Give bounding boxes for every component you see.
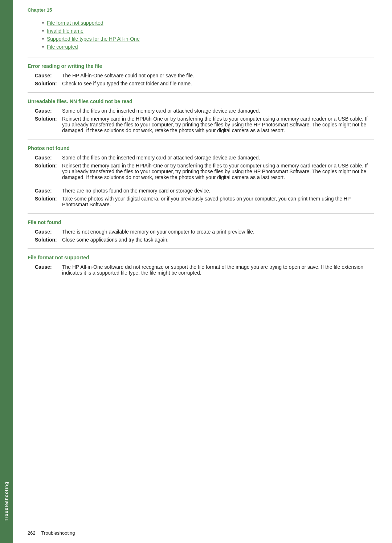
- section-error-reading: Error reading or writing the file Cause:…: [28, 63, 374, 86]
- divider: [28, 92, 374, 93]
- cs-block-2: Cause: There are no photos found on the …: [28, 188, 374, 207]
- cause-text: The HP All-in-One software did not recog…: [62, 264, 374, 276]
- solution-text: Close some applications and try the task…: [62, 237, 374, 243]
- divider: [28, 248, 374, 249]
- bullet-link-0[interactable]: File format not supported: [47, 20, 103, 26]
- solution-label: Solution:: [35, 196, 62, 207]
- solution-row: Solution: Check to see if you typed the …: [35, 81, 374, 86]
- bullet-link-2[interactable]: Supported file types for the HP All-in-O…: [47, 36, 140, 42]
- bullet-list: File format not supportedInvalid file na…: [28, 20, 374, 50]
- solution-row: Solution: Reinsert the memory card in th…: [35, 116, 374, 133]
- list-item: File corrupted: [42, 44, 374, 50]
- solution-text: Check to see if you typed the correct fo…: [62, 81, 374, 86]
- cs-block: Cause: The HP All-in-One software could …: [28, 73, 374, 86]
- list-item: Invalid file name: [42, 28, 374, 34]
- inner-divider: [28, 184, 374, 184]
- cause-row: Cause: The HP All-in-One software could …: [35, 73, 374, 78]
- solution-label: Solution:: [35, 116, 62, 133]
- cause-label: Cause:: [35, 229, 62, 235]
- cause-text: The HP All-in-One software could not ope…: [62, 73, 374, 78]
- divider: [28, 139, 374, 139]
- cause-row: Cause: Some of the files on the inserted…: [35, 108, 374, 114]
- cause-row: Cause: There is not enough available mem…: [35, 229, 374, 235]
- solution-text: Reinsert the memory card in the HPIAih-O…: [62, 163, 374, 180]
- section-heading: File format not supported: [28, 255, 374, 260]
- section-heading: File not found: [28, 219, 374, 225]
- solution-label: Solution:: [35, 237, 62, 243]
- cause-label: Cause:: [35, 188, 62, 194]
- cause-text-2: There are no photos found on the memory …: [62, 188, 374, 194]
- section-heading: Photos not found: [28, 145, 374, 151]
- cause-text: There is not enough available memory on …: [62, 229, 374, 235]
- cs-block: Cause: The HP All-in-One software did no…: [28, 264, 374, 276]
- section-unreadable: Unreadable files. NN files could not be …: [28, 98, 374, 133]
- solution-row: Solution: Reinsert the memory card in th…: [35, 163, 374, 180]
- cause-row: Cause: The HP All-in-One software did no…: [35, 264, 374, 276]
- solution-label: Solution:: [35, 81, 62, 86]
- cause-text: Some of the files on the inserted memory…: [62, 108, 374, 114]
- cause-label: Cause:: [35, 73, 62, 78]
- solution-row-2: Solution: Take some photos with your dig…: [35, 196, 374, 207]
- divider: [28, 57, 374, 57]
- sidebar-label: Troubleshooting: [4, 482, 9, 521]
- solution-text-2: Take some photos with your digital camer…: [62, 196, 374, 207]
- main-content: Chapter 15 File format not supportedInva…: [13, 0, 392, 543]
- page-number: 262: [28, 530, 36, 536]
- cause-label: Cause:: [35, 264, 62, 276]
- cs-block: Cause: Some of the files on the inserted…: [28, 155, 374, 180]
- section-heading: Unreadable files. NN files could not be …: [28, 98, 374, 104]
- section-photos-not-found: Photos not found Cause: Some of the file…: [28, 145, 374, 207]
- cs-block: Cause: There is not enough available mem…: [28, 229, 374, 243]
- list-item: Supported file types for the HP All-in-O…: [42, 36, 374, 42]
- sidebar: Troubleshooting: [0, 0, 13, 543]
- solution-row: Solution: Close some applications and tr…: [35, 237, 374, 243]
- solution-text: Reinsert the memory card in the HPIAih-O…: [62, 116, 374, 133]
- solution-label: Solution:: [35, 163, 62, 180]
- bullet-link-3[interactable]: File corrupted: [47, 44, 78, 50]
- cs-block: Cause: Some of the files on the inserted…: [28, 108, 374, 133]
- bullet-link-1[interactable]: Invalid file name: [47, 28, 83, 34]
- cause-row: Cause: Some of the files on the inserted…: [35, 155, 374, 161]
- cause-label: Cause:: [35, 155, 62, 161]
- footer-label: Troubleshooting: [41, 530, 75, 536]
- cause-text: Some of the files on the inserted memory…: [62, 155, 374, 161]
- list-item: File format not supported: [42, 20, 374, 26]
- divider: [28, 213, 374, 214]
- section-file-not-found: File not found Cause: There is not enoug…: [28, 219, 374, 243]
- cause-label: Cause:: [35, 108, 62, 114]
- section-file-format-not-supported: File format not supported Cause: The HP …: [28, 255, 374, 276]
- cause-row-2: Cause: There are no photos found on the …: [35, 188, 374, 194]
- section-heading: Error reading or writing the file: [28, 63, 374, 69]
- chapter-heading: Chapter 15: [28, 7, 374, 13]
- page-footer: 262 Troubleshooting: [28, 530, 75, 536]
